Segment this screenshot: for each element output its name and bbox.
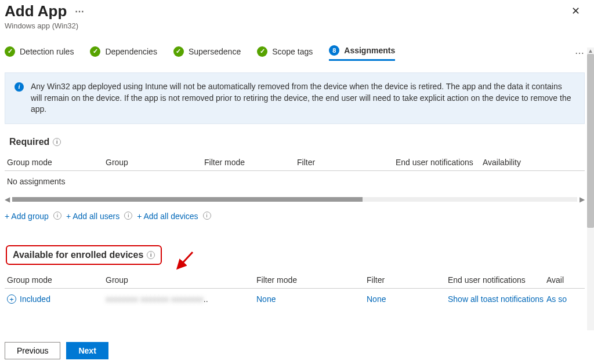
add-all-users-link[interactable]: + Add all users: [66, 212, 119, 221]
availability-cell[interactable]: As so: [546, 294, 581, 304]
info-banner-text: Any Win32 app deployed using Intune will…: [31, 81, 575, 115]
more-icon[interactable]: ⋯: [75, 6, 85, 17]
tab-supersedence[interactable]: ✓ Supersedence: [173, 46, 241, 60]
page-title: Add App: [5, 2, 67, 20]
info-tooltip-icon[interactable]: i: [147, 251, 155, 259]
col-notifications: End user notifications: [448, 275, 546, 285]
scroll-up-icon[interactable]: ▲: [587, 48, 594, 54]
plus-circle-icon: +: [7, 294, 16, 304]
wizard-tabs: ✓ Detection rules ✓ Dependencies ✓ Super…: [5, 45, 585, 64]
annotation-highlight: Available for enrolled devices i: [6, 245, 162, 265]
group-mode-cell[interactable]: +Included: [7, 294, 106, 304]
tab-dependencies[interactable]: ✓ Dependencies: [90, 46, 157, 60]
col-availability: Avail: [546, 275, 581, 285]
info-banner: i Any Win32 app deployed using Intune wi…: [5, 72, 585, 124]
col-filter-mode: Filter mode: [256, 275, 367, 285]
tab-overflow-icon[interactable]: ⋯: [575, 48, 585, 59]
info-tooltip-icon[interactable]: i: [203, 212, 211, 220]
annotation-arrow-icon: [174, 250, 197, 273]
group-cell: xxxxxxxx xxxxxxx xxxxxxxx..: [106, 294, 256, 304]
close-icon[interactable]: ✕: [567, 2, 585, 20]
section-required-title: Required: [9, 137, 49, 147]
tab-label: Assignments: [344, 46, 395, 55]
col-filter: Filter: [297, 158, 396, 167]
step-number-icon: 8: [329, 45, 339, 56]
filter-mode-cell[interactable]: None: [256, 294, 367, 304]
scroll-right-icon[interactable]: ▶: [579, 195, 585, 203]
next-button[interactable]: Next: [66, 342, 108, 359]
tab-detection-rules[interactable]: ✓ Detection rules: [5, 46, 74, 60]
notifications-cell[interactable]: Show all toast notifications: [448, 294, 546, 304]
col-group: Group: [106, 275, 256, 285]
add-group-link[interactable]: + Add group: [5, 212, 49, 221]
check-icon: ✓: [90, 46, 100, 57]
filter-cell[interactable]: None: [367, 294, 448, 304]
col-group-mode: Group mode: [7, 158, 106, 167]
info-tooltip-icon[interactable]: i: [124, 212, 132, 220]
col-group: Group: [106, 158, 204, 167]
col-filter: Filter: [367, 275, 448, 285]
section-available-title: Available for enrolled devices: [13, 250, 143, 260]
check-icon: ✓: [257, 46, 267, 57]
previous-button[interactable]: Previous: [5, 342, 60, 359]
tab-scope-tags[interactable]: ✓ Scope tags: [257, 46, 313, 60]
tab-label: Dependencies: [105, 47, 157, 56]
page-subtitle: Windows app (Win32): [5, 21, 567, 30]
tab-label: Supersedence: [189, 47, 241, 56]
col-notifications: End user notifications: [396, 158, 483, 167]
info-tooltip-icon[interactable]: i: [53, 138, 61, 146]
table-row: +Included xxxxxxxx xxxxxxx xxxxxxxx.. No…: [5, 289, 585, 304]
col-filter-mode: Filter mode: [204, 158, 297, 167]
svg-line-0: [178, 252, 193, 268]
required-table-header: Group mode Group Filter mode Filter End …: [5, 158, 585, 171]
scroll-left-icon[interactable]: ◀: [5, 195, 10, 203]
info-tooltip-icon[interactable]: i: [53, 212, 61, 220]
available-table-header: Group mode Group Filter mode Filter End …: [5, 275, 585, 289]
check-icon: ✓: [173, 46, 184, 57]
check-icon: ✓: [5, 46, 15, 57]
included-label: Included: [20, 294, 50, 304]
tab-assignments[interactable]: 8 Assignments: [329, 45, 395, 61]
tab-label: Scope tags: [272, 47, 313, 56]
add-all-devices-link[interactable]: + Add all devices: [137, 212, 198, 221]
col-availability: Availability: [483, 158, 541, 167]
tab-label: Detection rules: [20, 47, 74, 56]
required-empty-row: No assignments: [5, 171, 585, 192]
horizontal-scrollbar[interactable]: ◀ ▶: [5, 195, 585, 203]
vertical-scrollbar[interactable]: ▲: [587, 48, 594, 330]
info-icon: i: [15, 82, 24, 92]
col-group-mode: Group mode: [7, 275, 106, 285]
